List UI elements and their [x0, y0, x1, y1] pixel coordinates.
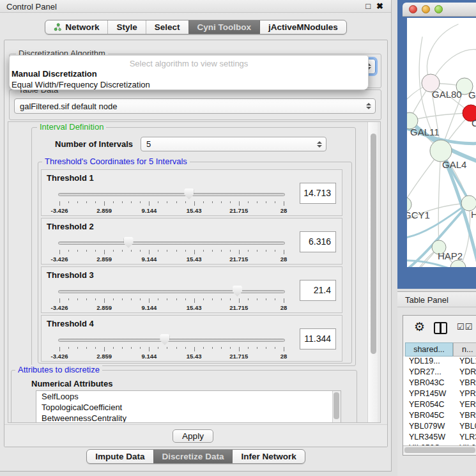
tab-network[interactable]: Network — [45, 20, 107, 34]
tick-mark — [266, 347, 266, 349]
column-header-name[interactable]: n... — [453, 342, 476, 357]
panel-scrollbar-track[interactable] — [367, 122, 378, 422]
table-row[interactable]: YLR345WYLR3 — [403, 433, 476, 443]
interval-definition-group-title: Interval Definition — [37, 122, 106, 132]
slider-track[interactable] — [58, 339, 285, 342]
bottom-tab-infer-network[interactable]: Infer Network — [232, 450, 304, 463]
threshold-value-field[interactable]: 11.344 — [300, 328, 336, 349]
network-node-label: GCY1 — [407, 210, 430, 220]
threshold-slider-2[interactable]: -3.4262.8599.14415.4321.71528 — [58, 239, 285, 263]
column-header-label: n... — [462, 345, 473, 354]
network-edge[interactable] — [438, 151, 441, 246]
tick-mark — [104, 250, 105, 254]
tab-style[interactable]: Style — [107, 20, 145, 34]
attributes-group-title: Attributes to discretize — [15, 365, 102, 374]
table-row[interactable]: YBL079WYBL0 — [403, 422, 476, 433]
slider-ticks — [59, 347, 284, 352]
tab-label: jActiveMNodules — [268, 22, 338, 32]
zoom-traffic-light-icon[interactable] — [434, 5, 443, 13]
threshold-value-field[interactable]: 6.316 — [300, 231, 336, 252]
network-node-label: C — [472, 118, 476, 128]
tab-cyni-toolbox[interactable]: Cyni Toolbox — [188, 20, 260, 34]
float-window-icon[interactable]: □ — [365, 1, 371, 11]
gear-icon[interactable]: ⚙ — [414, 321, 425, 334]
minimize-traffic-light-icon[interactable] — [422, 5, 430, 13]
tick-mark — [257, 298, 257, 300]
cell-shared-name: YDR27... — [409, 367, 441, 376]
list-scrollbar-thumb[interactable] — [334, 392, 339, 419]
tick-mark — [194, 347, 195, 351]
network-node-gal4[interactable] — [430, 140, 452, 162]
tick-mark — [203, 250, 204, 252]
table-hscrollbar-thumb[interactable] — [404, 447, 475, 453]
table-row[interactable]: YDL19...YDL1 — [403, 357, 476, 367]
panel-scrollbar-thumb[interactable] — [371, 134, 376, 354]
attribute-item-betweennesscentrality[interactable]: BetweennessCentrality — [36, 413, 341, 423]
attribute-item-topologicalcoefficient[interactable]: TopologicalCoefficient — [36, 402, 341, 413]
slider-knob[interactable] — [160, 334, 169, 345]
tick-mark — [266, 250, 266, 252]
tab-label: Cyni Toolbox — [197, 22, 252, 32]
column-header-shared-name[interactable]: shared... — [405, 342, 453, 357]
tick-mark — [212, 201, 213, 203]
table-panel-body: ⚙ ☑☑ shared... n... YDL19...YDL1YDR27...… — [397, 307, 476, 476]
bottom-tab-impute-data[interactable]: Impute Data — [87, 450, 153, 463]
threshold-value-field[interactable]: 14.713 — [300, 183, 336, 204]
tick-mark — [59, 201, 60, 206]
tab-jactivemnodules[interactable]: jActiveMNodules — [259, 20, 346, 34]
table-data-value: galFiltered.sif default node — [20, 102, 117, 111]
table-row[interactable]: YBR045CYBR0 — [403, 411, 476, 422]
dropdown-option-manual-discretization[interactable]: Manual Discretization — [10, 68, 368, 79]
network-window-titlebar[interactable] — [403, 3, 476, 17]
tick-mark — [239, 250, 240, 254]
tick-label: 15.43 — [187, 304, 202, 311]
apply-button[interactable]: Apply — [173, 429, 213, 443]
split-view-icon[interactable] — [434, 322, 447, 334]
slider-knob[interactable] — [233, 286, 242, 296]
slider-track[interactable] — [58, 242, 285, 245]
tick-mark — [68, 347, 69, 349]
table-row[interactable]: YER054CYER0 — [403, 400, 476, 411]
tab-bar: NetworkStyleSelectCyni ToolboxjActiveMNo… — [45, 20, 347, 35]
cell-shared-name: YDL19... — [409, 357, 440, 365]
tick-mark — [257, 201, 257, 203]
threshold-slider-3[interactable]: -3.4262.8599.14415.4321.71528 — [58, 288, 285, 312]
network-canvas[interactable]: GAL80GACGAL11GAL4GCY1HHAP2 — [407, 18, 476, 267]
table-data-combobox[interactable]: galFiltered.sif default node — [14, 98, 376, 114]
slider-knob[interactable] — [184, 188, 194, 199]
table-row[interactable]: YDR27...YDR2 — [403, 367, 476, 378]
cell-name: YLR3 — [459, 433, 476, 441]
table-hscrollbar-track[interactable] — [403, 445, 476, 454]
tick-mark — [239, 201, 240, 206]
tick-mark — [176, 347, 177, 349]
bottom-tab-label: Discretize Data — [162, 452, 224, 461]
threshold-slider-1[interactable]: -3.4262.8599.14415.4321.71528 — [58, 190, 285, 215]
table-row[interactable]: YPR145WYPR1 — [403, 389, 476, 400]
dropdown-option-equal-width-frequency-discretization[interactable]: Equal Width/Frequency Discretization — [10, 79, 368, 90]
bottom-tab-discretize-data[interactable]: Discretize Data — [153, 450, 233, 463]
attribute-item-selfloops[interactable]: SelfLoops — [36, 391, 341, 402]
tick-mark — [86, 298, 87, 300]
slider-track[interactable] — [58, 290, 285, 293]
slider-knob[interactable] — [124, 237, 134, 248]
tick-mark — [221, 298, 222, 300]
close-window-icon[interactable]: ✖ — [376, 1, 383, 11]
tick-label: 21.715 — [229, 353, 248, 360]
threshold-value-field[interactable]: 21.4 — [300, 280, 336, 301]
threshold-label: Threshold 4 — [47, 319, 94, 328]
tick-mark — [158, 250, 158, 252]
close-traffic-light-icon[interactable] — [409, 5, 417, 13]
slider-track[interactable] — [58, 193, 285, 196]
list-scrollbar-track[interactable] — [332, 391, 341, 423]
tab-select[interactable]: Select — [146, 20, 188, 34]
cell-shared-name: YBL079W — [409, 422, 445, 431]
threshold-slider-4[interactable]: -3.4262.8599.14415.4321.71528 — [58, 336, 285, 360]
cell-name: YDR2 — [459, 367, 476, 376]
table-row[interactable]: YBR043CYBR0 — [403, 378, 476, 389]
table-panel-inner: ⚙ ☑☑ shared... n... YDL19...YDL1YDR27...… — [403, 315, 476, 456]
tick-mark — [284, 298, 284, 303]
checkboxes-icon[interactable]: ☑☑ — [457, 322, 473, 332]
network-edge[interactable] — [410, 113, 470, 121]
number-of-intervals-combobox[interactable]: 5 — [141, 137, 326, 151]
tick-label: 28 — [280, 304, 288, 311]
